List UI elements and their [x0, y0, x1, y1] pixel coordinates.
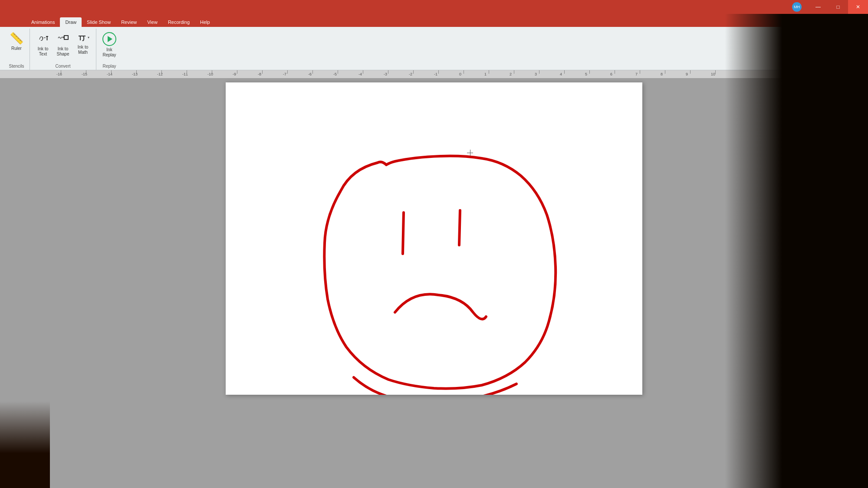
ink-to-math-icon: ▾: [77, 32, 89, 44]
ruler-tick: [665, 70, 665, 74]
user-info: MH: [792, 2, 804, 12]
tab-recording[interactable]: Recording: [163, 17, 195, 27]
ruler-mark: -14: [107, 72, 112, 76]
ruler-mark: 3: [535, 72, 537, 76]
ruler-tick: [438, 70, 439, 74]
ruler-tick: [287, 70, 288, 74]
ink-to-text-label: Ink toText: [38, 46, 48, 57]
ribbon-group-convert: Ink toText Ink toShape: [30, 29, 96, 70]
minimize-button[interactable]: —: [808, 0, 828, 14]
maximize-button[interactable]: □: [828, 0, 848, 14]
ruler-tick: [489, 70, 489, 74]
ink-to-shape-icon: [57, 32, 69, 46]
window-controls: — □ ✕: [808, 0, 868, 14]
ruler-mark: 1: [484, 72, 487, 76]
ruler-tick: [161, 70, 162, 74]
tab-animations[interactable]: Animations: [26, 17, 60, 27]
ruler-mark: -6: [308, 72, 312, 76]
ruler-mark: -15: [82, 72, 87, 76]
ruler-tick: [312, 70, 313, 74]
user-avatar: MH: [792, 2, 802, 12]
user-initials: MH: [794, 5, 800, 9]
title-bar: MH — □ ✕: [0, 0, 868, 14]
ruler-mark: -7: [283, 72, 286, 76]
replay-group-label: Replay: [102, 64, 116, 70]
ruler-tick: [464, 70, 464, 74]
ruler-mark: -16: [56, 72, 62, 76]
tab-review[interactable]: Review: [116, 17, 142, 27]
ruler-tick: [262, 70, 263, 74]
ribbon-group-replay: InkReplay Replay: [96, 29, 122, 70]
ruler-tick: [589, 70, 590, 74]
ink-to-text-button[interactable]: Ink toText: [33, 30, 53, 58]
ruler-tick: [715, 70, 716, 74]
ruler-mark: -2: [409, 72, 412, 76]
tab-help[interactable]: Help: [195, 17, 215, 27]
ink-replay-button[interactable]: InkReplay: [100, 30, 119, 59]
ruler-mark: 8: [661, 72, 663, 76]
ruler-mark: 9: [686, 72, 688, 76]
ruler-tick: [212, 70, 212, 74]
ruler-tick: [388, 70, 388, 74]
ruler-icon: 📏: [10, 32, 23, 45]
ruler-tick: [187, 70, 187, 74]
ink-to-text-icon: [37, 32, 49, 46]
ruler-mark: -4: [358, 72, 362, 76]
ruler-label: Ruler: [11, 46, 22, 51]
ruler-tick: [514, 70, 514, 74]
ruler-mark: -12: [157, 72, 163, 76]
ink-replay-label: InkReplay: [102, 47, 116, 58]
ribbon-tab-bar: Animations Draw Slide Show Review View R…: [0, 14, 868, 27]
ruler-tick: [564, 70, 565, 74]
ink-to-math-label: Ink toMath: [78, 45, 88, 55]
tab-draw[interactable]: Draw: [60, 17, 82, 27]
ruler-mark: 6: [610, 72, 612, 76]
slide[interactable]: [226, 82, 642, 395]
ruler-bar: -16-15-14-13-12-11-10-9-8-7-6-5-4-3-2-10…: [0, 70, 868, 78]
ruler-tick: [338, 70, 338, 74]
ruler-mark: 5: [585, 72, 587, 76]
ruler-tick: [86, 70, 86, 74]
ruler-tick: [237, 70, 237, 74]
tab-view[interactable]: View: [142, 17, 163, 27]
tab-slideshow[interactable]: Slide Show: [82, 17, 116, 27]
ruler-mark: -10: [207, 72, 213, 76]
ruler-tick: [539, 70, 539, 74]
convert-group-label: Convert: [55, 64, 70, 70]
ruler-mark: -1: [434, 72, 437, 76]
ruler-mark: 7: [635, 72, 638, 76]
ruler-mark: 0: [459, 72, 461, 76]
ruler-mark: -5: [333, 72, 337, 76]
ink-to-math-button[interactable]: ▾ Ink toMath: [73, 30, 92, 56]
slide-container[interactable]: [0, 78, 868, 488]
ruler-mark: -13: [132, 72, 138, 76]
ruler-mark: -8: [258, 72, 261, 76]
ruler-mark: 2: [510, 72, 512, 76]
stencils-group-label: Stencils: [9, 64, 24, 70]
ribbon: 📏 Ruler Stencils: [0, 27, 868, 70]
ruler-mark: 4: [560, 72, 562, 76]
ruler-tick: [61, 70, 61, 74]
ruler-mark: 10: [711, 72, 715, 76]
ink-to-shape-label: Ink toShape: [57, 46, 69, 57]
ruler-button[interactable]: 📏 Ruler: [7, 30, 26, 52]
ribbon-group-stencils: 📏 Ruler Stencils: [3, 29, 30, 70]
ruler-mark: -11: [182, 72, 188, 76]
ink-drawing: [226, 82, 642, 395]
ink-to-shape-button[interactable]: Ink toShape: [53, 30, 72, 58]
ruler-tick: [111, 70, 112, 74]
ruler-tick: [363, 70, 363, 74]
ruler-tick: [615, 70, 615, 74]
ruler-tick: [690, 70, 690, 74]
close-button[interactable]: ✕: [848, 0, 868, 14]
play-circle-icon: [102, 32, 116, 46]
ruler-tick: [640, 70, 640, 74]
play-triangle-icon: [108, 36, 112, 42]
svg-rect-0: [64, 36, 68, 39]
ruler-tick: [413, 70, 414, 74]
ruler-mark: -3: [384, 72, 387, 76]
ruler-tick: [136, 70, 137, 74]
ruler-inner: -16-15-14-13-12-11-10-9-8-7-6-5-4-3-2-10…: [0, 70, 868, 78]
ruler-mark: -9: [233, 72, 236, 76]
